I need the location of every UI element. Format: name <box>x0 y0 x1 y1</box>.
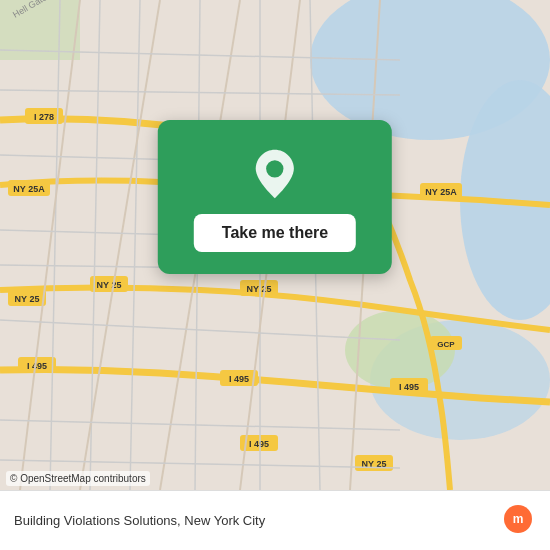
pin-icon <box>249 148 301 200</box>
attribution-text: © OpenStreetMap contributors <box>10 473 146 484</box>
osm-attribution: © OpenStreetMap contributors <box>6 471 150 486</box>
svg-text:NY 25A: NY 25A <box>425 187 457 197</box>
bottom-bar: Building Violations Solutions, New York … <box>0 490 550 550</box>
svg-text:I 495: I 495 <box>229 374 249 384</box>
svg-point-54 <box>266 160 283 177</box>
take-me-there-button[interactable]: Take me there <box>194 214 356 252</box>
svg-text:NY 25A: NY 25A <box>13 184 45 194</box>
location-popup: Take me there <box>158 120 392 274</box>
svg-text:m: m <box>513 512 524 526</box>
moovit-logo: m <box>500 503 536 539</box>
svg-text:I 495: I 495 <box>399 382 419 392</box>
svg-text:I 278: I 278 <box>34 112 54 122</box>
svg-text:NY 25: NY 25 <box>15 294 40 304</box>
svg-text:GCP: GCP <box>437 340 455 349</box>
moovit-logo-icon: m <box>500 503 536 539</box>
svg-text:I 495: I 495 <box>249 439 269 449</box>
location-label: Building Violations Solutions, New York … <box>14 513 490 528</box>
svg-text:NY 25: NY 25 <box>247 284 272 294</box>
svg-text:I 495: I 495 <box>27 361 47 371</box>
svg-text:NY 25: NY 25 <box>97 280 122 290</box>
map-container: I 278 NY 25A NY 25A NY 25A GCP GCP NY 25… <box>0 0 550 490</box>
